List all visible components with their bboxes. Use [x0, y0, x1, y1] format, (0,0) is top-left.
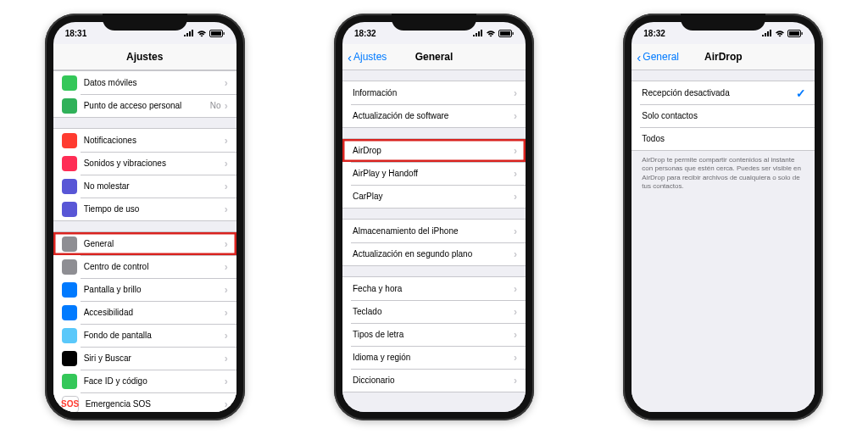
chevron-right-icon: ›	[225, 135, 228, 147]
row-value: No	[210, 101, 221, 110]
chevron-right-icon: ›	[514, 225, 517, 237]
row-label: Tiempo de uso	[84, 204, 225, 214]
hotspot-icon	[62, 98, 77, 114]
row-label: Fondo de pantalla	[84, 331, 225, 340]
airdrop-option-row[interactable]: Todos	[632, 127, 815, 150]
chevron-right-icon: ›	[225, 77, 228, 89]
wifi-icon	[486, 30, 496, 37]
row-label: Sonidos y vibraciones	[84, 159, 225, 168]
row-label: Tipos de letra	[353, 330, 514, 339]
row-label: No molestar	[84, 181, 225, 191]
nav-title: General	[415, 51, 453, 63]
svg-rect-10	[481, 30, 482, 36]
settings-row[interactable]: Información›	[342, 81, 526, 104]
settings-row[interactable]: Fondo de pantalla›	[53, 324, 236, 347]
row-label: Notificaciones	[84, 136, 225, 145]
row-label: Idioma y región	[353, 353, 514, 362]
settings-row[interactable]: Fecha y hora›	[342, 277, 526, 300]
general-icon	[62, 236, 77, 252]
battery-icon	[498, 30, 514, 37]
settings-row[interactable]: Siri y Buscar›	[53, 347, 236, 370]
row-label: Diccionario	[353, 376, 514, 385]
settings-row[interactable]: Actualización en segundo plano›	[342, 242, 526, 265]
settings-row[interactable]: Actualización de software›	[342, 104, 526, 127]
battery-icon	[787, 30, 803, 37]
settings-row[interactable]: Pantalla y brillo›	[53, 278, 236, 301]
settings-row[interactable]: Diccionario›	[342, 369, 526, 392]
cellular-icon	[62, 75, 77, 91]
iphone-device-3: 18:32 ‹ General AirDrop Recepción desact…	[623, 14, 823, 420]
chevron-right-icon: ›	[225, 307, 228, 319]
svg-rect-17	[770, 30, 771, 36]
row-label: Accesibilidad	[84, 308, 225, 317]
settings-row[interactable]: Idioma y región›	[342, 346, 526, 369]
svg-rect-3	[192, 30, 193, 36]
chevron-right-icon: ›	[514, 110, 517, 122]
chevron-right-icon: ›	[225, 376, 228, 387]
back-button[interactable]: ‹ Ajustes	[348, 51, 387, 64]
chevron-right-icon: ›	[514, 329, 517, 341]
settings-group: Información›Actualización de software›	[342, 81, 526, 128]
settings-row[interactable]: Tipos de letra›	[342, 323, 526, 346]
settings-row[interactable]: Almacenamiento del iPhone›	[342, 220, 526, 242]
checkmark-icon: ✓	[796, 86, 806, 100]
chevron-right-icon: ›	[225, 181, 228, 192]
chevron-right-icon: ›	[514, 248, 517, 260]
nav-title: AirDrop	[704, 51, 743, 63]
settings-row[interactable]: Teclado›	[342, 300, 526, 323]
chevron-right-icon: ›	[225, 353, 228, 364]
svg-rect-16	[767, 31, 769, 36]
chevron-right-icon: ›	[514, 306, 517, 318]
settings-row[interactable]: AirDrop›	[342, 139, 526, 162]
row-label: Face ID y código	[84, 376, 225, 386]
settings-list[interactable]: Datos móviles›Punto de acceso personalNo…	[53, 70, 236, 412]
airdrop-list[interactable]: Recepción desactivada✓Solo contactosTodo…	[632, 70, 815, 412]
row-label: General	[84, 239, 225, 248]
settings-row[interactable]: Centro de control›	[53, 255, 236, 278]
settings-group: AirDrop›AirPlay y Handoff›CarPlay›	[342, 138, 526, 209]
svg-rect-20	[802, 32, 803, 35]
row-label: AirDrop	[353, 146, 514, 155]
chevron-left-icon: ‹	[637, 51, 641, 64]
chevron-right-icon: ›	[514, 145, 517, 157]
option-label: Todos	[642, 134, 806, 143]
screen: 18:32 ‹ General AirDrop Recepción desact…	[632, 22, 815, 412]
option-label: Recepción desactivada	[642, 88, 796, 97]
svg-rect-5	[211, 31, 221, 36]
row-label: CarPlay	[353, 192, 514, 201]
chevron-right-icon: ›	[225, 158, 228, 170]
chevron-right-icon: ›	[225, 330, 228, 342]
status-icons	[184, 30, 225, 37]
battery-icon	[209, 30, 225, 37]
general-list[interactable]: Información›Actualización de software› A…	[342, 70, 526, 412]
svg-rect-2	[189, 31, 191, 36]
settings-row[interactable]: Datos móviles›	[53, 71, 236, 94]
svg-rect-6	[223, 32, 224, 35]
settings-row[interactable]: Sonidos y vibraciones›	[53, 152, 236, 175]
settings-row[interactable]: Punto de acceso personalNo›	[53, 94, 236, 117]
status-time: 18:32	[643, 29, 665, 38]
row-label: Datos móviles	[84, 78, 225, 87]
nav-bar: ‹ General AirDrop	[632, 44, 815, 70]
settings-row[interactable]: General›	[53, 232, 236, 255]
svg-rect-9	[478, 31, 480, 36]
settings-row[interactable]: Face ID y código›	[53, 370, 236, 392]
airdrop-option-row[interactable]: Solo contactos	[632, 104, 815, 127]
back-label: Ajustes	[353, 51, 387, 63]
settings-row[interactable]: No molestar›	[53, 175, 236, 198]
airdrop-option-row[interactable]: Recepción desactivada✓	[632, 81, 815, 104]
settings-row[interactable]: Notificaciones›	[53, 129, 236, 152]
screen: 18:31 Ajustes Datos móviles›Punto de acc…	[53, 22, 236, 412]
settings-row[interactable]: AirPlay y Handoff›	[342, 162, 526, 185]
row-label: Pantalla y brillo	[84, 285, 225, 294]
back-button[interactable]: ‹ General	[637, 51, 679, 64]
settings-row[interactable]: SOSEmergencia SOS›	[53, 392, 236, 412]
notifications-icon	[62, 133, 77, 148]
settings-row[interactable]: Tiempo de uso›	[53, 198, 236, 220]
nav-bar: ‹ Ajustes General	[342, 44, 526, 70]
row-label: Actualización de software	[353, 111, 514, 120]
chevron-right-icon: ›	[514, 168, 517, 180]
chevron-right-icon: ›	[225, 203, 228, 215]
settings-row[interactable]: CarPlay›	[342, 185, 526, 208]
settings-row[interactable]: Accesibilidad›	[53, 301, 236, 324]
